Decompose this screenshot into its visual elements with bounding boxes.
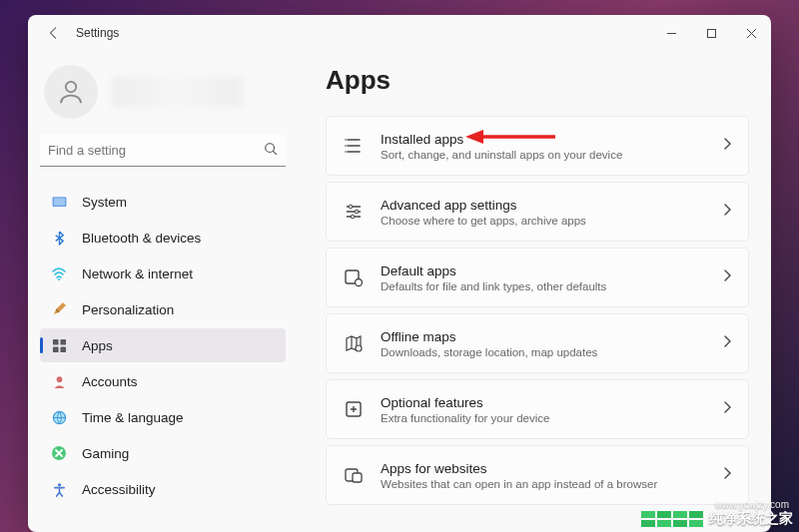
sidebar-item-network[interactable]: Network & internet [40, 257, 286, 290]
watermark: 纯净系统之家 [641, 510, 793, 528]
settings-cards: Installed apps Sort, change, and uninsta… [326, 116, 749, 505]
window-controls [651, 18, 771, 48]
page-title: Apps [326, 65, 749, 96]
watermark-logo-icon [641, 511, 703, 527]
card-title: Offline maps [381, 329, 707, 344]
user-name-blurred [112, 76, 242, 108]
sidebar-item-time[interactable]: Time & language [40, 400, 286, 434]
bluetooth-icon [50, 231, 68, 246]
sidebar-item-system[interactable]: System [40, 185, 286, 219]
nav-label: Accessibility [82, 482, 156, 497]
back-button[interactable] [42, 21, 66, 45]
sliders-icon [343, 202, 365, 222]
svg-rect-0 [707, 29, 715, 37]
svg-point-1 [66, 82, 77, 93]
svg-point-2 [266, 143, 275, 152]
card-subtitle: Extra functionality for your device [381, 412, 707, 424]
chevron-right-icon [723, 268, 732, 286]
paintbrush-icon [50, 301, 68, 317]
card-offline-maps[interactable]: Offline maps Downloads, storage location… [326, 313, 749, 373]
minimize-button[interactable] [651, 18, 691, 48]
card-installed-apps[interactable]: Installed apps Sort, change, and uninsta… [326, 116, 749, 176]
svg-rect-6 [52, 338, 58, 344]
card-subtitle: Websites that can open in an app instead… [381, 478, 707, 490]
maximize-button[interactable] [691, 18, 731, 48]
svg-rect-9 [60, 346, 66, 352]
apps-icon [50, 338, 68, 353]
default-apps-icon [343, 267, 365, 287]
card-subtitle: Downloads, storage location, map updates [381, 346, 707, 358]
card-title: Optional features [381, 395, 707, 410]
sidebar-item-gaming[interactable]: Gaming [40, 436, 286, 470]
globe-icon [50, 410, 68, 425]
accessibility-icon [50, 482, 68, 497]
nav-label: Apps [82, 338, 113, 353]
settings-window: Settings [28, 15, 771, 532]
wifi-icon [50, 266, 68, 281]
close-icon [746, 28, 757, 39]
svg-point-5 [58, 278, 60, 280]
chevron-right-icon [723, 334, 732, 352]
card-title: Advanced app settings [381, 198, 707, 213]
card-subtitle: Defaults for file and link types, other … [381, 280, 707, 292]
card-subtitle: Choose where to get apps, archive apps [381, 215, 707, 227]
titlebar: Settings [28, 15, 771, 51]
svg-point-18 [356, 279, 363, 286]
svg-rect-7 [60, 338, 66, 344]
maximize-icon [706, 28, 717, 39]
card-apps-for-websites[interactable]: Apps for websites Websites that can open… [326, 445, 749, 505]
apps-websites-icon [343, 465, 365, 485]
person-icon [56, 77, 86, 107]
search-box[interactable] [40, 135, 286, 167]
svg-point-10 [56, 376, 62, 382]
accounts-icon [50, 374, 68, 389]
svg-point-15 [355, 210, 359, 214]
nav-label: Gaming [82, 446, 129, 461]
svg-rect-8 [52, 346, 58, 352]
watermark-url: www.ycwjzy.com [715, 499, 789, 510]
sidebar-item-bluetooth[interactable]: Bluetooth & devices [40, 221, 286, 255]
system-icon [50, 194, 68, 211]
card-title: Apps for websites [381, 461, 707, 476]
main-content: Apps Installed apps Sort, change, and un… [298, 51, 771, 532]
nav-label: Accounts [82, 374, 138, 389]
arrow-left-icon [47, 26, 61, 40]
sidebar-item-personalization[interactable]: Personalization [40, 292, 286, 326]
card-title: Default apps [381, 264, 707, 278]
nav-label: Personalization [82, 302, 174, 317]
search-input[interactable] [48, 143, 264, 158]
svg-rect-22 [353, 473, 362, 482]
svg-point-16 [351, 215, 355, 219]
sidebar: System Bluetooth & devices Network & int… [28, 51, 298, 532]
user-info[interactable] [40, 59, 286, 135]
gaming-icon [50, 445, 68, 461]
svg-point-19 [356, 345, 362, 351]
card-optional-features[interactable]: Optional features Extra functionality fo… [326, 379, 749, 439]
minimize-icon [666, 28, 677, 39]
list-icon [343, 136, 365, 156]
card-title: Installed apps [381, 132, 707, 147]
search-icon [264, 142, 278, 160]
sidebar-item-apps[interactable]: Apps [40, 328, 286, 362]
card-default-apps[interactable]: Default apps Defaults for file and link … [326, 248, 749, 307]
chevron-right-icon [723, 137, 732, 155]
sidebar-item-accounts[interactable]: Accounts [40, 364, 286, 398]
window-title: Settings [76, 26, 119, 40]
nav-label: Bluetooth & devices [82, 231, 201, 246]
avatar [44, 65, 98, 119]
sidebar-item-accessibility[interactable]: Accessibility [40, 472, 286, 506]
card-advanced-settings[interactable]: Advanced app settings Choose where to ge… [326, 182, 749, 242]
chevron-right-icon [723, 400, 732, 418]
card-subtitle: Sort, change, and uninstall apps on your… [381, 149, 707, 161]
close-button[interactable] [731, 18, 771, 48]
chevron-right-icon [723, 203, 732, 221]
svg-point-13 [57, 483, 60, 486]
features-icon [343, 399, 365, 419]
svg-point-14 [349, 205, 353, 209]
nav-list: System Bluetooth & devices Network & int… [40, 185, 286, 506]
nav-label: System [82, 195, 127, 210]
svg-rect-4 [53, 198, 65, 206]
nav-label: Network & internet [82, 266, 193, 281]
nav-label: Time & language [82, 410, 184, 425]
map-icon [343, 333, 365, 353]
